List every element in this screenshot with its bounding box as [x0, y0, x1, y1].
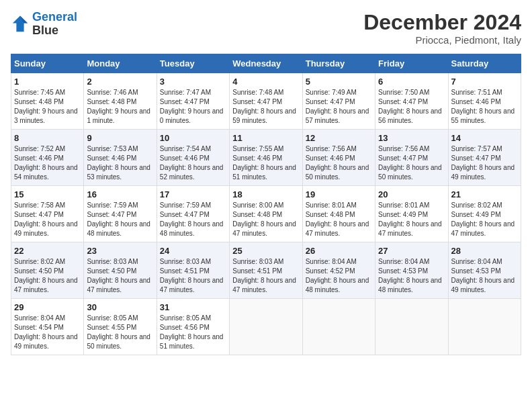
calendar-cell: 26 Sunrise: 8:04 AMSunset: 4:52 PMDaylig… [302, 242, 375, 299]
day-header-wednesday: Wednesday [230, 54, 302, 73]
calendar-cell [230, 299, 302, 355]
day-number: 5 [306, 77, 372, 87]
header-row: SundayMondayTuesdayWednesdayThursdayFrid… [11, 54, 521, 73]
day-info: Sunrise: 7:56 AMSunset: 4:47 PMDaylight:… [378, 145, 442, 181]
day-info: Sunrise: 8:04 AMSunset: 4:53 PMDaylight:… [451, 258, 515, 293]
calendar-cell: 27 Sunrise: 8:04 AMSunset: 4:53 PMDaylig… [375, 242, 448, 299]
week-row-5: 29 Sunrise: 8:04 AMSunset: 4:54 PMDaylig… [11, 299, 521, 355]
calendar-cell: 16 Sunrise: 7:59 AMSunset: 4:47 PMDaylig… [84, 186, 157, 242]
day-number: 9 [87, 133, 153, 143]
day-info: Sunrise: 7:58 AMSunset: 4:47 PMDaylight:… [14, 201, 78, 237]
calendar-cell: 24 Sunrise: 8:03 AMSunset: 4:51 PMDaylig… [157, 242, 229, 299]
day-number: 4 [232, 77, 299, 87]
logo-icon [11, 15, 30, 34]
day-info: Sunrise: 7:47 AMSunset: 4:47 PMDaylight:… [160, 89, 224, 124]
day-info: Sunrise: 8:01 AMSunset: 4:49 PMDaylight:… [378, 201, 442, 237]
day-number: 7 [451, 77, 518, 87]
day-info: Sunrise: 7:57 AMSunset: 4:47 PMDaylight:… [451, 145, 515, 181]
week-row-4: 22 Sunrise: 8:02 AMSunset: 4:50 PMDaylig… [11, 242, 521, 299]
day-number: 22 [14, 246, 81, 256]
day-number: 20 [378, 189, 445, 199]
day-info: Sunrise: 7:45 AMSunset: 4:48 PMDaylight:… [14, 89, 78, 124]
calendar-cell: 1 Sunrise: 7:45 AMSunset: 4:48 PMDayligh… [11, 73, 84, 130]
month-title: December 2024 [363, 11, 521, 34]
day-number: 8 [14, 133, 81, 143]
day-info: Sunrise: 8:04 AMSunset: 4:54 PMDaylight:… [14, 314, 78, 350]
day-info: Sunrise: 7:59 AMSunset: 4:47 PMDaylight:… [87, 201, 150, 237]
day-number: 19 [306, 189, 372, 199]
day-number: 29 [14, 302, 81, 312]
calendar-cell: 28 Sunrise: 8:04 AMSunset: 4:53 PMDaylig… [448, 242, 521, 299]
day-info: Sunrise: 8:01 AMSunset: 4:48 PMDaylight:… [306, 201, 369, 237]
day-info: Sunrise: 7:53 AMSunset: 4:46 PMDaylight:… [87, 145, 150, 181]
day-info: Sunrise: 7:56 AMSunset: 4:46 PMDaylight:… [306, 145, 369, 181]
day-number: 21 [451, 189, 518, 199]
day-info: Sunrise: 7:54 AMSunset: 4:46 PMDaylight:… [160, 145, 224, 181]
day-number: 27 [378, 246, 445, 256]
day-info: Sunrise: 7:50 AMSunset: 4:47 PMDaylight:… [378, 89, 442, 124]
calendar-cell [302, 299, 375, 355]
calendar-cell: 2 Sunrise: 7:46 AMSunset: 4:48 PMDayligh… [84, 73, 157, 130]
day-number: 14 [451, 133, 518, 143]
calendar-cell: 29 Sunrise: 8:04 AMSunset: 4:54 PMDaylig… [11, 299, 84, 355]
calendar-cell: 6 Sunrise: 7:50 AMSunset: 4:47 PMDayligh… [375, 73, 448, 130]
calendar-cell: 22 Sunrise: 8:02 AMSunset: 4:50 PMDaylig… [11, 242, 84, 299]
calendar-cell: 18 Sunrise: 8:00 AMSunset: 4:48 PMDaylig… [230, 186, 302, 242]
calendar-cell: 14 Sunrise: 7:57 AMSunset: 4:47 PMDaylig… [448, 130, 521, 186]
day-number: 24 [160, 246, 226, 256]
calendar-cell: 9 Sunrise: 7:53 AMSunset: 4:46 PMDayligh… [84, 130, 157, 186]
day-header-tuesday: Tuesday [157, 54, 229, 73]
day-header-sunday: Sunday [11, 54, 84, 73]
day-header-saturday: Saturday [448, 54, 521, 73]
calendar-cell: 11 Sunrise: 7:55 AMSunset: 4:46 PMDaylig… [230, 130, 302, 186]
day-info: Sunrise: 8:04 AMSunset: 4:53 PMDaylight:… [378, 258, 442, 293]
day-number: 6 [378, 77, 445, 87]
calendar-cell: 4 Sunrise: 7:48 AMSunset: 4:47 PMDayligh… [230, 73, 302, 130]
day-info: Sunrise: 8:03 AMSunset: 4:50 PMDaylight:… [87, 258, 150, 293]
day-number: 28 [451, 246, 518, 256]
day-info: Sunrise: 7:59 AMSunset: 4:47 PMDaylight:… [160, 201, 224, 237]
calendar-cell: 23 Sunrise: 8:03 AMSunset: 4:50 PMDaylig… [84, 242, 157, 299]
day-header-thursday: Thursday [302, 54, 375, 73]
day-info: Sunrise: 8:05 AMSunset: 4:56 PMDaylight:… [160, 314, 224, 350]
week-row-3: 15 Sunrise: 7:58 AMSunset: 4:47 PMDaylig… [11, 186, 521, 242]
day-info: Sunrise: 8:00 AMSunset: 4:48 PMDaylight:… [232, 201, 296, 237]
day-info: Sunrise: 8:04 AMSunset: 4:52 PMDaylight:… [306, 258, 369, 293]
svg-marker-0 [13, 15, 28, 32]
day-number: 30 [87, 302, 153, 312]
calendar-table: SundayMondayTuesdayWednesdayThursdayFrid… [11, 54, 521, 355]
day-info: Sunrise: 8:03 AMSunset: 4:51 PMDaylight:… [160, 258, 224, 293]
logo-text: General Blue [32, 11, 77, 38]
calendar-cell: 25 Sunrise: 8:03 AMSunset: 4:51 PMDaylig… [230, 242, 302, 299]
week-row-1: 1 Sunrise: 7:45 AMSunset: 4:48 PMDayligh… [11, 73, 521, 130]
day-info: Sunrise: 8:02 AMSunset: 4:49 PMDaylight:… [451, 201, 515, 237]
day-number: 12 [306, 133, 372, 143]
calendar-cell: 13 Sunrise: 7:56 AMSunset: 4:47 PMDaylig… [375, 130, 448, 186]
calendar-cell: 17 Sunrise: 7:59 AMSunset: 4:47 PMDaylig… [157, 186, 229, 242]
day-number: 1 [14, 77, 81, 87]
day-number: 16 [87, 189, 153, 199]
calendar-cell: 10 Sunrise: 7:54 AMSunset: 4:46 PMDaylig… [157, 130, 229, 186]
day-info: Sunrise: 7:49 AMSunset: 4:47 PMDaylight:… [306, 89, 369, 124]
calendar-cell: 5 Sunrise: 7:49 AMSunset: 4:47 PMDayligh… [302, 73, 375, 130]
calendar-cell: 3 Sunrise: 7:47 AMSunset: 4:47 PMDayligh… [157, 73, 229, 130]
day-info: Sunrise: 7:52 AMSunset: 4:46 PMDaylight:… [14, 145, 78, 181]
day-info: Sunrise: 7:55 AMSunset: 4:46 PMDaylight:… [232, 145, 296, 181]
day-header-friday: Friday [375, 54, 448, 73]
calendar-cell: 20 Sunrise: 8:01 AMSunset: 4:49 PMDaylig… [375, 186, 448, 242]
calendar-cell: 30 Sunrise: 8:05 AMSunset: 4:55 PMDaylig… [84, 299, 157, 355]
day-header-monday: Monday [84, 54, 157, 73]
day-info: Sunrise: 8:02 AMSunset: 4:50 PMDaylight:… [14, 258, 78, 293]
day-number: 10 [160, 133, 226, 143]
calendar-cell: 7 Sunrise: 7:51 AMSunset: 4:46 PMDayligh… [448, 73, 521, 130]
calendar-cell: 31 Sunrise: 8:05 AMSunset: 4:56 PMDaylig… [157, 299, 229, 355]
day-number: 26 [306, 246, 372, 256]
calendar-cell [448, 299, 521, 355]
week-row-2: 8 Sunrise: 7:52 AMSunset: 4:46 PMDayligh… [11, 130, 521, 186]
location-subtitle: Priocca, Piedmont, Italy [363, 34, 521, 46]
calendar-cell: 21 Sunrise: 8:02 AMSunset: 4:49 PMDaylig… [448, 186, 521, 242]
logo: General Blue [11, 11, 77, 38]
calendar-cell: 12 Sunrise: 7:56 AMSunset: 4:46 PMDaylig… [302, 130, 375, 186]
day-info: Sunrise: 8:05 AMSunset: 4:55 PMDaylight:… [87, 314, 150, 350]
day-number: 31 [160, 302, 226, 312]
